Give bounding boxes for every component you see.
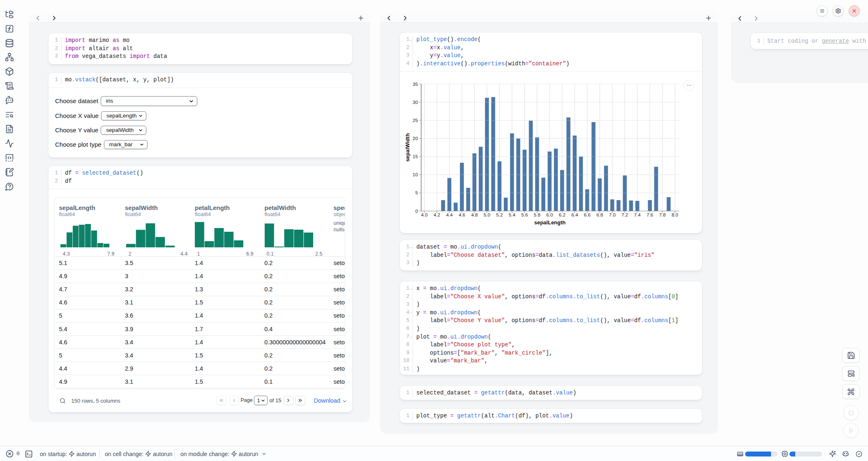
svg-text:6.2: 6.2 [559,212,566,217]
svg-text:7.8: 7.8 [659,212,666,217]
svg-text:4.2: 4.2 [434,212,440,217]
svg-text:6.8: 6.8 [596,212,603,217]
svg-text:4.0: 4.0 [421,212,427,217]
svg-text:8.0: 8.0 [672,212,678,217]
svg-text:35: 35 [413,82,418,87]
svg-text:5: 5 [415,190,418,195]
svg-text:6.0: 6.0 [546,212,553,217]
svg-text:10: 10 [413,172,418,177]
svg-text:15: 15 [413,154,418,159]
svg-text:6.6: 6.6 [584,212,591,217]
svg-text:7.2: 7.2 [621,212,628,217]
svg-text:30: 30 [413,100,418,105]
svg-text:7.6: 7.6 [646,212,653,217]
svg-text:20: 20 [413,136,418,141]
svg-text:0: 0 [415,209,418,214]
svg-text:sepalLength: sepalLength [534,219,566,226]
svg-text:5.6: 5.6 [521,212,528,217]
svg-text:5.4: 5.4 [509,212,516,217]
svg-text:sepalWidth: sepalWidth [404,133,411,161]
svg-text:6.4: 6.4 [571,212,578,217]
svg-text:5.2: 5.2 [496,212,503,217]
svg-text:7.0: 7.0 [609,212,616,217]
svg-text:5.8: 5.8 [534,212,540,217]
svg-text:7.4: 7.4 [634,212,641,217]
svg-text:4.8: 4.8 [471,212,478,217]
svg-text:4.4: 4.4 [446,212,453,217]
svg-text:4.6: 4.6 [459,212,465,217]
svg-text:5.0: 5.0 [484,212,490,217]
svg-text:25: 25 [413,118,418,123]
